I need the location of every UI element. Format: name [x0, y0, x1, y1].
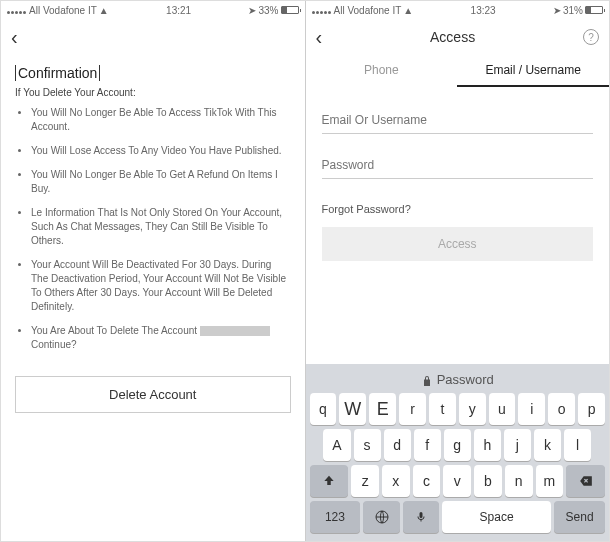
keyboard-row-4: 123 Space Send	[310, 501, 606, 533]
email-username-input[interactable]	[322, 107, 594, 134]
battery-icon	[585, 6, 603, 14]
login-form: Forgot Password? Access	[306, 87, 610, 269]
battery-icon	[281, 6, 299, 14]
key-u[interactable]: u	[489, 393, 516, 425]
signal-dots-icon	[312, 5, 332, 16]
signal-dots-icon	[7, 5, 27, 16]
list-item: Le Information That Is Not Only Stored O…	[31, 206, 291, 248]
header: ‹ Access ?	[306, 19, 610, 55]
wifi-icon: ▲	[403, 5, 413, 16]
list-item: You Will No Longer Be Able To Access Tik…	[31, 106, 291, 134]
tab-phone[interactable]: Phone	[306, 55, 458, 87]
location-icon: ➤	[248, 5, 256, 16]
subtitle: If You Delete Your Account:	[15, 87, 291, 98]
list-item: You Will No Longer Be Able To Get A Refu…	[31, 168, 291, 196]
carrier-label: All Vodafone IT	[29, 5, 97, 16]
status-bar: All Vodafone IT ▲ 13:21 ➤ 33%	[1, 1, 305, 19]
key-d[interactable]: d	[384, 429, 411, 461]
password-input[interactable]	[322, 152, 594, 179]
key-send[interactable]: Send	[554, 501, 605, 533]
key-g[interactable]: g	[444, 429, 471, 461]
wifi-icon: ▲	[99, 5, 109, 16]
redacted-account	[200, 326, 270, 336]
key-k[interactable]: k	[534, 429, 561, 461]
key-v[interactable]: v	[443, 465, 471, 497]
header-title: Access	[322, 29, 583, 45]
battery-percent: 31%	[563, 5, 583, 16]
key-z[interactable]: z	[351, 465, 379, 497]
key-shift[interactable]	[310, 465, 349, 497]
battery-percent: 33%	[258, 5, 278, 16]
help-icon[interactable]: ?	[583, 29, 599, 45]
key-space[interactable]: Space	[442, 501, 551, 533]
location-icon: ➤	[553, 5, 561, 16]
confirmation-content: Confirmation If You Delete Your Account:…	[1, 55, 305, 366]
key-m[interactable]: m	[536, 465, 564, 497]
key-t[interactable]: t	[429, 393, 456, 425]
list-item: You Are About To Delete The Account Cont…	[31, 324, 291, 352]
access-button[interactable]: Access	[322, 227, 594, 261]
key-mic[interactable]	[403, 501, 439, 533]
key-e[interactable]: E	[369, 393, 396, 425]
key-i[interactable]: i	[518, 393, 545, 425]
keyboard-suggestion[interactable]: Password	[310, 368, 606, 393]
key-h[interactable]: h	[474, 429, 501, 461]
key-x[interactable]: x	[382, 465, 410, 497]
key-l[interactable]: l	[564, 429, 591, 461]
globe-icon	[374, 509, 390, 525]
key-f[interactable]: f	[414, 429, 441, 461]
delete-account-button[interactable]: Delete Account	[15, 376, 291, 413]
keyboard-row-2: A s d f g h j k l	[310, 429, 606, 461]
key-r[interactable]: r	[399, 393, 426, 425]
key-o[interactable]: o	[548, 393, 575, 425]
key-q[interactable]: q	[310, 393, 337, 425]
key-icon	[421, 375, 433, 387]
key-globe[interactable]	[363, 501, 399, 533]
key-123[interactable]: 123	[310, 501, 361, 533]
confirmation-screen: All Vodafone IT ▲ 13:21 ➤ 33% ‹ Confirma…	[1, 1, 306, 541]
keyboard: Password q W E r t y u i o p A s d f g h…	[306, 364, 610, 541]
keyboard-row-3: z x c v b n m	[310, 465, 606, 497]
clock: 13:21	[109, 5, 249, 16]
back-button[interactable]: ‹	[316, 26, 323, 49]
login-tabs: Phone Email / Username	[306, 55, 610, 87]
key-w[interactable]: W	[339, 393, 366, 425]
clock: 13:23	[413, 5, 553, 16]
key-s[interactable]: s	[354, 429, 381, 461]
list-item: Your Account Will Be Deactivated For 30 …	[31, 258, 291, 314]
key-c[interactable]: c	[413, 465, 441, 497]
backspace-icon	[577, 474, 595, 488]
key-backspace[interactable]	[566, 465, 605, 497]
key-p[interactable]: p	[578, 393, 605, 425]
shift-icon	[322, 474, 336, 488]
back-button[interactable]: ‹	[11, 26, 18, 49]
key-b[interactable]: b	[474, 465, 502, 497]
key-a[interactable]: A	[323, 429, 350, 461]
key-j[interactable]: j	[504, 429, 531, 461]
header: ‹	[1, 19, 305, 55]
key-y[interactable]: y	[459, 393, 486, 425]
tab-email-username[interactable]: Email / Username	[457, 55, 609, 87]
access-screen: All Vodafone IT ▲ 13:23 ➤ 31% ‹ Access ?…	[306, 1, 610, 541]
mic-icon	[415, 509, 427, 525]
confirmation-list: You Will No Longer Be Able To Access Tik…	[15, 106, 291, 352]
page-title: Confirmation	[15, 65, 100, 81]
keyboard-row-1: q W E r t y u i o p	[310, 393, 606, 425]
carrier-label: All Vodafone IT	[334, 5, 402, 16]
forgot-password-link[interactable]: Forgot Password?	[322, 203, 594, 215]
key-n[interactable]: n	[505, 465, 533, 497]
status-bar: All Vodafone IT ▲ 13:23 ➤ 31%	[306, 1, 610, 19]
list-item: You Will Lose Access To Any Video You Ha…	[31, 144, 291, 158]
